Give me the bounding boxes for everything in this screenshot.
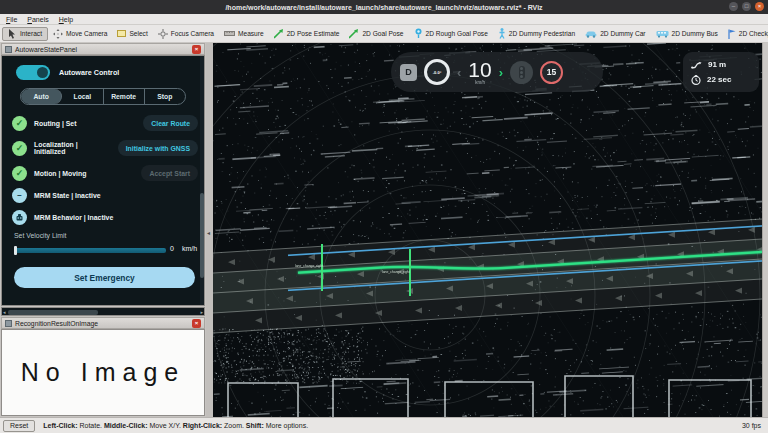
window-controls: – □ × xyxy=(729,2,764,11)
traffic-light-icon xyxy=(510,61,533,84)
mrm-behavior-row: MRM Behavior | Inactive xyxy=(12,208,198,226)
velocity-limit-unit: km/h xyxy=(182,245,197,252)
menubar: File Panels Help xyxy=(0,14,768,25)
initialize-with-gnss-button[interactable]: Initialize with GNSS xyxy=(118,140,198,156)
mode-local[interactable]: Local xyxy=(62,89,103,104)
statusbar: Reset Left-Click: Rotate. Middle-Click: … xyxy=(0,417,768,433)
recognition-result-panel: No Image xyxy=(1,329,205,416)
clear-route-button[interactable]: Clear Route xyxy=(143,115,198,131)
close-button[interactable]: × xyxy=(755,2,764,11)
tool-2d-dummy-pedestrian[interactable]: 2D Dummy Pedestrian xyxy=(493,27,580,41)
route-icon xyxy=(691,59,702,69)
autoware-control-label: Autoware Control xyxy=(59,68,119,77)
vehicle-hud: D -0.0° ‹ 10 km/h › 15 xyxy=(391,52,603,92)
maximize-button[interactable]: □ xyxy=(742,2,751,11)
state-panel-close-icon[interactable]: × xyxy=(192,45,201,54)
set-emergency-button[interactable]: Set Emergency xyxy=(14,267,195,288)
titlebar: /home/work/autoware/install/autoware_lau… xyxy=(0,0,768,14)
mrm-state-label: MRM State | Inactive xyxy=(34,192,198,199)
tool-2d-pose-estimate[interactable]: 2D Pose Estimate xyxy=(269,27,345,41)
menu-help[interactable]: Help xyxy=(59,16,73,23)
tool-2d-goal-pose[interactable]: 2D Goal Pose xyxy=(344,27,408,41)
tool-focus-camera[interactable]: Focus Camera xyxy=(153,27,219,41)
speed-limit-sign: 15 xyxy=(540,61,563,84)
lidar-pointcloud-scene[interactable] xyxy=(213,43,762,417)
routing-label: Routing | Set xyxy=(34,120,136,127)
dock-horizontal-scrollbar[interactable]: ◂ ▸ xyxy=(1,307,205,316)
mrm-behavior-icon xyxy=(12,210,27,225)
minus-icon: − xyxy=(12,188,27,203)
remaining-time-row: 22 sec xyxy=(691,75,751,85)
mrm-state-row: − MRM State | Inactive xyxy=(12,186,198,204)
motion-row: ✓ Motion | Moving Accept Start xyxy=(12,164,198,182)
goal-arrow-icon xyxy=(349,29,359,39)
window-title: /home/work/autoware/install/autoware_lau… xyxy=(225,4,542,11)
tool-move-camera[interactable]: Move Camera xyxy=(48,27,112,41)
speed-indicator: 10 km/h xyxy=(468,59,491,86)
rviz-window: /home/work/autoware/install/autoware_lau… xyxy=(0,0,768,433)
menu-file[interactable]: File xyxy=(6,16,17,23)
image-panel-header: RecognitionResultOnImage × xyxy=(1,317,205,329)
tool-2d-dummy-car[interactable]: 2D Dummy Car xyxy=(580,27,650,41)
slider-handle[interactable] xyxy=(14,246,17,255)
mouse-hints: Left-Click: Rotate. Middle-Click: Move X… xyxy=(43,422,308,429)
mode-remote[interactable]: Remote xyxy=(104,89,145,104)
image-panel-title: RecognitionResultOnImage xyxy=(15,320,189,327)
3d-viewport[interactable]: D -0.0° ‹ 10 km/h › 15 91 m 22 sec lane_… xyxy=(213,43,762,417)
lane-change-annotation: lane_change_right xyxy=(295,264,323,268)
tool-2d-dummy-bus[interactable]: 2D Dummy Bus xyxy=(651,27,723,41)
image-panel-close-icon[interactable]: × xyxy=(192,319,201,328)
accept-start-button[interactable]: Accept Start xyxy=(141,165,198,181)
fps-counter: 30 fps xyxy=(742,422,765,429)
viewport-right-scrollbar[interactable] xyxy=(762,43,768,417)
mode-segmented-control: Auto Local Remote Stop xyxy=(20,88,186,105)
car-icon xyxy=(585,30,597,38)
move-camera-icon xyxy=(53,29,63,39)
localization-label: Localization | Initialized xyxy=(34,141,111,155)
remaining-time: 22 sec xyxy=(707,75,731,84)
dock-splitter[interactable]: ◂ xyxy=(206,43,213,417)
left-dock: AutowareStatePanel × Autoware Control Au… xyxy=(0,43,206,417)
reset-button[interactable]: Reset xyxy=(3,420,35,432)
mode-stop[interactable]: Stop xyxy=(145,89,185,104)
panel-icon xyxy=(5,46,12,53)
toolbar: Interact Move Camera Select Focus Camera… xyxy=(0,25,768,43)
menu-panels[interactable]: Panels xyxy=(27,16,48,23)
state-panel-header: AutowareStatePanel × xyxy=(1,43,205,55)
mrm-behavior-label: MRM Behavior | Inactive xyxy=(34,214,198,221)
scroll-right-icon[interactable]: ▸ xyxy=(200,309,203,315)
chevron-right-icon: › xyxy=(499,66,503,79)
routing-row: ✓ Routing | Set Clear Route xyxy=(12,114,198,132)
tool-measure[interactable]: Measure xyxy=(219,27,269,41)
checkpoint-flag-icon xyxy=(728,29,736,39)
minimize-button[interactable]: – xyxy=(729,2,738,11)
pose-arrow-icon xyxy=(274,29,284,39)
state-panel-title: AutowareStatePanel xyxy=(15,46,189,53)
select-box-icon xyxy=(117,29,126,38)
state-panel-scrollbar[interactable] xyxy=(200,56,204,305)
tool-2d-checkpoint-pose[interactable]: 2D Checkpoint Pose xyxy=(723,27,768,41)
check-icon: ✓ xyxy=(12,166,27,181)
autoware-control-toggle[interactable] xyxy=(16,65,50,80)
tool-2d-rough-goal-pose[interactable]: 2D Rough Goal Pose xyxy=(409,27,493,41)
steering-wheel-icon: -0.0° xyxy=(424,59,450,85)
tool-select[interactable]: Select xyxy=(112,27,152,41)
lane-change-annotation: lane_change_right xyxy=(382,270,410,274)
scroll-left-icon[interactable]: ◂ xyxy=(3,309,6,315)
gear-indicator: D xyxy=(400,64,417,81)
bus-icon xyxy=(656,30,669,38)
panel-icon xyxy=(5,320,12,327)
mode-auto[interactable]: Auto xyxy=(21,89,62,104)
remaining-distance: 91 m xyxy=(708,60,726,69)
rough-goal-pin-icon xyxy=(414,28,423,39)
no-image-text: No Image xyxy=(21,358,185,387)
tool-interact[interactable]: Interact xyxy=(2,27,48,41)
check-icon: ✓ xyxy=(12,116,27,131)
velocity-limit-label: Set Velocity Limit xyxy=(14,232,66,239)
chevron-left-icon: ‹ xyxy=(457,66,461,79)
velocity-limit-slider[interactable] xyxy=(14,246,166,255)
measure-ruler-icon xyxy=(224,30,235,37)
pedestrian-icon xyxy=(498,28,506,39)
splitter-grip-icon: ◂ xyxy=(207,229,210,236)
check-icon: ✓ xyxy=(12,141,27,156)
